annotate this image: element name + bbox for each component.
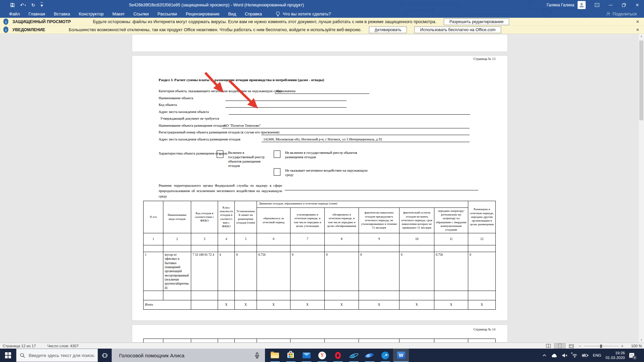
column-number: 12 (468, 233, 496, 245)
microphone-icon[interactable] (254, 352, 260, 359)
web-layout-button[interactable] (566, 343, 577, 349)
ribbon-display-options-icon[interactable] (590, 0, 604, 10)
column-number: 6 (257, 233, 290, 245)
activate-button[interactable]: Активировать (369, 26, 407, 33)
ribbon-tab-6[interactable]: Рассылки (153, 10, 181, 18)
ribbon-tab-1[interactable]: Главная (24, 10, 49, 18)
taskbar-app-microsoft-store[interactable] (283, 349, 299, 362)
form-field-row: Утверждающий документ не требуется (132, 117, 508, 122)
field-label: Адрес места нахождения объекта (159, 110, 209, 114)
scrollbar-thumb[interactable] (639, 41, 643, 120)
column-number: 9 (359, 233, 399, 245)
redo-icon[interactable]: ↻ (31, 3, 35, 7)
customize-qat-icon[interactable]: ▾ (41, 2, 43, 8)
taskbar-app-yandex-browser[interactable]: Y (314, 349, 330, 362)
page-indicator[interactable]: Страница 12 из 17 (3, 344, 36, 348)
share-button[interactable]: Поделиться (606, 11, 637, 16)
ribbon-tab-5[interactable]: Ссылки (129, 10, 153, 18)
taskbar-app-yandex-disk[interactable] (362, 349, 377, 362)
form-field-row: Наименование объекта размещения отходовА… (132, 124, 508, 129)
table-column-tick (234, 339, 235, 343)
table-column-tick (399, 339, 399, 343)
zoom-in-button[interactable]: + (619, 344, 625, 349)
print-layout-button[interactable] (554, 343, 566, 349)
scroll-down-icon[interactable]: ▼ (639, 337, 644, 343)
zoom-out-button[interactable]: − (577, 344, 583, 349)
ribbon-tab-2[interactable]: Вставка (49, 10, 74, 18)
read-mode-button[interactable] (543, 343, 554, 349)
read-mode-icon (546, 344, 551, 348)
checkbox-checked: V (217, 150, 223, 158)
save-icon[interactable] (10, 3, 15, 7)
yandex-disk-icon (365, 352, 374, 358)
scroll-up-icon[interactable]: ▲ (639, 33, 644, 39)
total-x-cell: X (359, 300, 399, 310)
restore-button[interactable] (617, 0, 631, 10)
column-number: 5 (235, 233, 257, 245)
table-column-tick (143, 339, 144, 343)
zoom-level[interactable]: 100 % (627, 344, 642, 348)
data-cell: 0 (325, 252, 359, 291)
ribbon-tab-file[interactable]: Файл (5, 10, 24, 18)
checkbox-label: Включен в государственный реестр объекто… (228, 150, 269, 168)
close-button[interactable]: ✕ (631, 0, 644, 10)
field-label: Утверждающий документ не требуется (160, 117, 219, 120)
battery-charging-icon[interactable] (582, 353, 589, 358)
taskbar-app-file-explorer[interactable] (267, 349, 283, 362)
waste-table: N п/пНаименование вида отходовКод отходо… (143, 201, 496, 310)
ribbon-tab-9[interactable]: Справка (240, 10, 266, 18)
ribbon-tab-4[interactable]: Макет (108, 10, 129, 18)
taskbar-search-box[interactable]: Введите здесь текст для поиска (16, 349, 98, 362)
search-placeholder: Введите здесь текст для поиска (29, 353, 94, 358)
avatar[interactable] (578, 1, 586, 9)
task-view-button[interactable] (98, 349, 112, 362)
undo-icon[interactable]: ↶▾ (20, 3, 26, 7)
vertical-scrollbar[interactable]: ▲ ▼ (638, 33, 644, 343)
page14-table-top-border (143, 339, 495, 343)
user-name[interactable]: Галина Галина (547, 3, 574, 7)
taskbar-app-service-tool[interactable] (377, 349, 393, 362)
ribbon-tab-8[interactable]: Вид (224, 10, 240, 18)
notification-badge: 4 (633, 356, 637, 360)
zoom-slider-thumb[interactable] (600, 345, 602, 348)
empty-cell (468, 291, 496, 300)
taskbar-app-internet-explorer[interactable]: e (346, 349, 362, 362)
word-count[interactable]: Число слов: 4307 (47, 344, 78, 348)
minimize-button[interactable] (604, 0, 617, 10)
start-button[interactable] (0, 349, 16, 362)
data-cell: 0 (359, 252, 399, 291)
notification-bar-close-icon[interactable]: ✕ (636, 27, 639, 32)
alisa-voice-assistant-panel[interactable]: Голосовой помощник Алиса (112, 349, 265, 362)
internet-explorer-icon: e (350, 351, 358, 359)
taskbar-app-mail[interactable] (299, 349, 314, 362)
taskbar-app-opera[interactable] (330, 349, 346, 362)
word-icon: W (397, 352, 405, 359)
notification-label: УВЕДОМЛЕНИЕ (12, 27, 69, 32)
tell-me-box[interactable]: Что вы хотите сделать? (276, 11, 331, 16)
data-cell: 0 (468, 252, 496, 291)
undo-caret-icon[interactable]: ▾ (25, 4, 26, 6)
status-bar: Страница 12 из 17 Число слов: 4307 − + 1… (0, 343, 644, 349)
empty-cell (235, 245, 257, 252)
column-header: Установленный лимит на размещение отходо… (235, 201, 257, 233)
clock[interactable]: 19:26 01.03.2020 (605, 351, 625, 360)
title-bar-controls: Галина Галина ✕ (547, 0, 644, 10)
protected-bar-close-icon[interactable]: ✕ (636, 19, 639, 24)
window-title: 5e426b39f1fbc82f1f081e85 (защищенный про… (129, 0, 304, 10)
enable-editing-button[interactable]: Разрешить редактирование (444, 18, 509, 25)
action-center-icon[interactable]: 4 (629, 353, 635, 358)
ribbon-tab-3[interactable]: Конструктор (74, 10, 108, 18)
column-header: Код отходов в соответствии с ФККО (191, 201, 218, 233)
zoom-slider[interactable] (584, 343, 619, 349)
checkbox-unchecked (274, 150, 280, 158)
onedrive-cloud-icon[interactable] (551, 353, 557, 358)
total-x-cell: X (218, 300, 235, 310)
network-wifi-icon[interactable]: ∗ (572, 353, 578, 358)
language-indicator[interactable]: ENG (593, 353, 601, 357)
empty-cell (359, 245, 399, 252)
taskbar-app-word[interactable]: W (393, 349, 409, 362)
ribbon-tab-7[interactable]: Рецензирование (181, 10, 224, 18)
hidden-icons-chevron-icon[interactable] (542, 353, 547, 357)
use-free-online-button[interactable]: Использовать бесплатно на Office.com (414, 26, 501, 33)
volume-muted-icon[interactable] (562, 353, 568, 358)
